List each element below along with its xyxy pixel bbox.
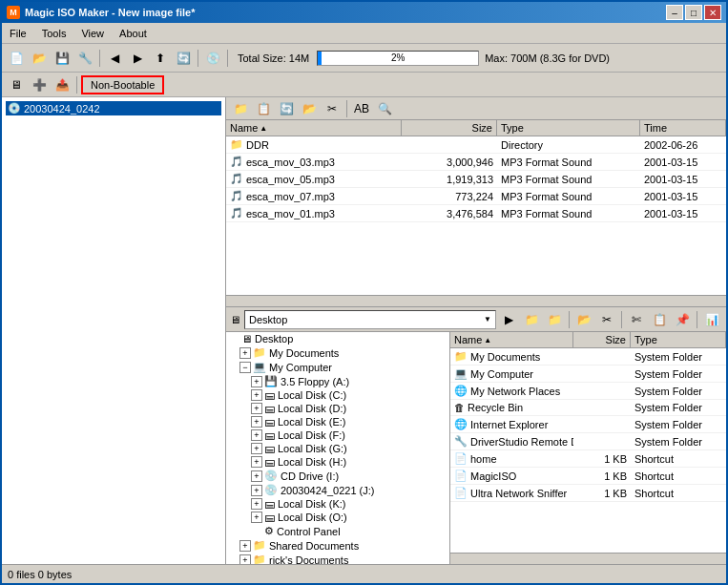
col-name[interactable]: Name ▲ xyxy=(226,120,402,136)
tree-node[interactable]: + 💾 3.5 Floppy (A:) xyxy=(226,374,449,388)
expand-btn[interactable]: + xyxy=(251,416,262,428)
delete-btn[interactable]: ✂ xyxy=(322,98,343,119)
exp-new-btn[interactable]: 📂 xyxy=(573,309,594,330)
tree-node[interactable]: 🖥 Desktop xyxy=(226,332,449,345)
iso-root-item[interactable]: 💿 20030424_0242 xyxy=(6,101,221,115)
exp-view-btn[interactable]: 📊 xyxy=(701,309,722,330)
file-cell-time: 2001-03-15 xyxy=(640,205,726,221)
exp-file-row[interactable]: 🌐Internet Explorer System Folder xyxy=(450,416,726,433)
exp-col-size[interactable]: Size xyxy=(573,332,631,347)
exp-file-row[interactable]: 📁My Documents System Folder xyxy=(450,348,726,366)
separator3 xyxy=(227,50,228,67)
exp-file-row[interactable]: 💻My Computer System Folder xyxy=(450,366,726,383)
expand-btn[interactable]: + xyxy=(251,376,262,387)
extract-btn2[interactable]: 🔍 xyxy=(374,98,395,119)
extract-btn[interactable]: 📤 xyxy=(52,74,73,95)
exp-cell-size xyxy=(573,383,631,399)
exp-col-name[interactable]: Name ▲ xyxy=(450,332,573,347)
minimize-button[interactable]: – xyxy=(666,5,683,20)
back-btn2[interactable]: 📁 xyxy=(230,98,251,119)
expand-btn[interactable]: + xyxy=(251,456,262,468)
col-size[interactable]: Size xyxy=(402,120,497,136)
tree-node[interactable]: − 💻 My Computer xyxy=(226,360,449,374)
expand-btn[interactable]: + xyxy=(251,389,262,401)
tree-node[interactable]: + 📁 rick's Documents xyxy=(226,553,449,564)
expand-btn[interactable]: + xyxy=(251,429,262,441)
file-ops-toolbar: 📁 📋 🔄 📂 ✂ AB 🔍 xyxy=(226,97,726,120)
rename-btn[interactable]: 🔄 xyxy=(276,98,297,119)
file-row[interactable]: 🎵esca_mov_03.mp3 3,000,946 MP3 Format So… xyxy=(226,154,726,171)
forward-button[interactable]: ▶ xyxy=(127,48,148,69)
expand-btn[interactable]: + xyxy=(251,512,262,523)
exp-del-btn[interactable]: ✂ xyxy=(596,309,617,330)
new-folder-btn[interactable]: 📋 xyxy=(253,98,274,119)
save-button[interactable]: 💾 xyxy=(52,48,73,69)
tree-node[interactable]: + 🖴 Local Disk (C:) xyxy=(226,388,449,402)
expand-btn[interactable]: + xyxy=(239,554,251,565)
expand-btn[interactable]: + xyxy=(239,540,251,552)
up-button[interactable]: ⬆ xyxy=(150,48,171,69)
address-arrow-icon: ▼ xyxy=(484,315,491,324)
address-combo[interactable]: Desktop ▼ xyxy=(244,310,496,329)
exp-file-row[interactable]: 🗑Recycle Bin System Folder xyxy=(450,400,726,416)
exp-back-btn[interactable]: 📁 xyxy=(521,309,542,330)
expand-btn[interactable]: + xyxy=(251,403,262,414)
file-row[interactable]: 🎵esca_mov_01.mp3 3,476,584 MP3 Format So… xyxy=(226,205,726,222)
file-row[interactable]: 🎵esca_mov_07.mp3 773,224 MP3 Format Soun… xyxy=(226,188,726,205)
iso-prop-btn[interactable]: 🖥 xyxy=(6,74,27,95)
back-button[interactable]: ◀ xyxy=(104,48,125,69)
tree-node[interactable]: + 🖴 Local Disk (K:) xyxy=(226,497,449,511)
exp-file-row[interactable]: 📄MagicISO 1 KB Shortcut xyxy=(450,468,726,485)
close-button[interactable]: ✕ xyxy=(704,5,721,20)
tree-node[interactable]: + 🖴 Local Disk (O:) xyxy=(226,511,449,524)
toolbar-btn5[interactable]: 🔄 xyxy=(173,48,194,69)
expand-btn[interactable]: + xyxy=(239,347,251,359)
exp-cut-btn[interactable]: ✄ xyxy=(626,309,647,330)
expand-btn[interactable]: + xyxy=(251,498,262,510)
tree-label: CD Drive (I:) xyxy=(281,470,339,482)
go-btn[interactable]: ▶ xyxy=(498,309,519,330)
tree-node[interactable]: + 🖴 Local Disk (E:) xyxy=(226,415,449,428)
tree-node[interactable]: + 💿 20030424_0221 (J:) xyxy=(226,483,449,497)
burn-button[interactable]: 💿 xyxy=(202,48,223,69)
new-folder-btn2[interactable]: 📂 xyxy=(299,98,320,119)
exp-paste-btn[interactable]: 📌 xyxy=(672,309,693,330)
menu-tools[interactable]: Tools xyxy=(34,25,74,42)
file-row[interactable]: 📁DDR Directory 2002-06-26 xyxy=(226,136,726,154)
add-files-btn[interactable]: ➕ xyxy=(29,74,50,95)
tree-node[interactable]: + 🖴 Local Disk (H:) xyxy=(226,455,449,469)
exp-file-row[interactable]: 🌐My Network Places System Folder xyxy=(450,383,726,400)
exp-file-row[interactable]: 📄home 1 KB Shortcut xyxy=(450,450,726,468)
exp-col-type[interactable]: Type xyxy=(631,332,726,347)
exp-file-row[interactable]: 🔧DriverStudio Remote Data System Folder xyxy=(450,433,726,450)
tree-node[interactable]: + 💿 CD Drive (I:) xyxy=(226,469,449,483)
tree-node[interactable]: + 🖴 Local Disk (D:) xyxy=(226,402,449,415)
menu-about[interactable]: About xyxy=(112,25,155,42)
exp-hscroll[interactable] xyxy=(450,553,726,564)
tree-node[interactable]: + 🖴 Local Disk (G:) xyxy=(226,442,449,455)
exp-fwd-btn[interactable]: 📁 xyxy=(544,309,565,330)
menu-view[interactable]: View xyxy=(73,25,112,42)
tree-icon: 🖴 xyxy=(264,429,275,441)
expand-btn[interactable]: + xyxy=(251,443,262,454)
exp-copy-btn[interactable]: 📋 xyxy=(649,309,670,330)
tree-node[interactable]: + 📁 Shared Documents xyxy=(226,538,449,553)
tree-node[interactable]: ⚙ Control Panel xyxy=(226,524,449,538)
new-button[interactable]: 📄 xyxy=(6,48,27,69)
open-button[interactable]: 📂 xyxy=(29,48,50,69)
maximize-button[interactable]: □ xyxy=(685,5,702,20)
file-list-hscroll[interactable] xyxy=(226,295,726,306)
col-type[interactable]: Type xyxy=(497,120,640,136)
file-cell-size: 773,224 xyxy=(402,188,497,204)
expand-btn[interactable]: + xyxy=(251,485,262,496)
rename-btn2[interactable]: AB xyxy=(351,98,372,119)
col-time[interactable]: Time xyxy=(640,120,726,136)
expand-btn[interactable]: + xyxy=(251,470,262,482)
toolbar-btn4[interactable]: 🔧 xyxy=(74,48,95,69)
menu-file[interactable]: File xyxy=(2,25,34,42)
expand-btn[interactable]: − xyxy=(239,362,251,373)
exp-file-row[interactable]: 📄Ultra Network Sniffer 1 KB Shortcut xyxy=(450,485,726,502)
file-row[interactable]: 🎵esca_mov_05.mp3 1,919,313 MP3 Format So… xyxy=(226,171,726,188)
tree-node[interactable]: + 📁 My Documents xyxy=(226,345,449,360)
tree-node[interactable]: + 🖴 Local Disk (F:) xyxy=(226,428,449,442)
